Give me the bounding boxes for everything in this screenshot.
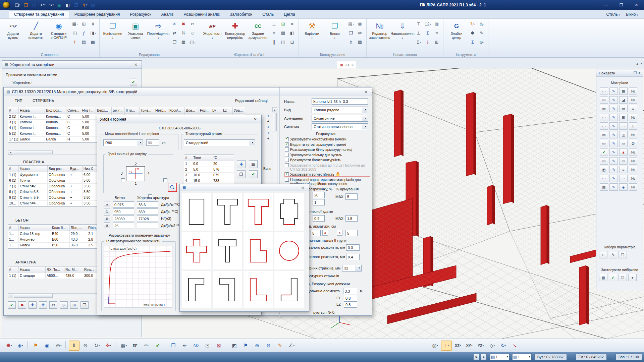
display-toggle-button[interactable]: ▭	[600, 122, 608, 130]
plus-cell[interactable]: +	[264, 119, 273, 125]
toolbar-button[interactable]: ◈▾	[15, 341, 26, 351]
toolbar-button[interactable]: ✎	[275, 341, 285, 351]
ribbon-small-button[interactable]: =	[288, 20, 297, 28]
short-crack-field[interactable]: 0.3	[346, 244, 360, 251]
display-toggle-button[interactable]: ✎	[609, 105, 618, 112]
column-header[interactable]: Дов...	[185, 107, 199, 114]
toolbar-button[interactable]: №	[191, 341, 202, 351]
ribbon-small-button[interactable]: ✂	[188, 20, 197, 28]
close-dialog-icon[interactable]: ✕	[300, 185, 306, 191]
quick-access-button[interactable]: ▣	[55, 1, 64, 9]
view-direction-button[interactable]: XZ▾	[452, 341, 463, 351]
table-row[interactable]: 310.0679	[184, 173, 234, 178]
calc-option-row[interactable]: Ураховувати поправки до п.3.52 Посібника…	[285, 163, 370, 171]
ribbon-small-button[interactable]: ⇅	[179, 29, 188, 37]
checkbox[interactable]	[285, 137, 289, 141]
ribbon-tab[interactable]: Цегла	[279, 11, 300, 18]
ribbon-big-button[interactable]: ⇓ Навантаження▾	[391, 20, 414, 51]
ribbon-big-button[interactable]: ╱ Додатиелемент▾	[24, 20, 47, 51]
ribbon-big-button[interactable]: ✚ Конструкторперерізів▾	[224, 20, 247, 51]
ribbon-small-button[interactable]: ✖	[179, 20, 188, 28]
property-symbol-button[interactable]: C	[104, 208, 110, 214]
plus-cell[interactable]: +	[264, 136, 273, 142]
rebar-table-hscrollbar[interactable]: ◂ ▸	[8, 293, 105, 298]
display-toggle-button[interactable]: №	[629, 166, 637, 173]
ribbon-tab[interactable]: Створення та редагування	[9, 10, 69, 18]
checkbox[interactable]	[285, 147, 289, 152]
rebar-value-field[interactable]	[137, 223, 158, 229]
close-dialog-icon[interactable]: ✕	[252, 116, 259, 122]
quick-access-button[interactable]: ❒	[22, 1, 30, 9]
toolbar-button[interactable]: ⊕	[252, 341, 263, 351]
display-toggle-button[interactable]: ▭	[619, 157, 628, 165]
column-header[interactable]: Rbn, ...	[70, 225, 87, 231]
toolbar-button[interactable]: ⊜	[80, 341, 91, 351]
ribbon-small-button[interactable]: ▦	[356, 38, 365, 46]
ribbon-small-button[interactable]: ⇄	[170, 29, 179, 37]
ribbon-big-button[interactable]: ▣ Упаковкасхеми	[124, 20, 147, 51]
ribbon-tab[interactable]: Розрахунок	[125, 11, 156, 18]
ribbon-big-button[interactable]: EF Жорсткості▾	[201, 20, 224, 51]
ribbon-small-button[interactable]: ◨▾	[89, 29, 98, 37]
column-header[interactable]: Нетр...	[154, 107, 168, 114]
toolbar-button[interactable]: ⊡	[202, 341, 213, 351]
status-mini-button-2[interactable]: ≡	[481, 354, 487, 360]
temp-table-button[interactable]: ✔	[249, 170, 258, 178]
quick-access-button[interactable]: ↷▾	[47, 1, 55, 9]
table-row[interactable]: 10.020	[184, 161, 234, 167]
strip-menu-icon[interactable]: ▪	[641, 62, 642, 65]
parameter-set-button[interactable]: ✎	[609, 251, 617, 258]
checkbox[interactable]	[285, 158, 289, 162]
display-toggle-button[interactable]: Σ	[629, 122, 637, 130]
display-toggle-button[interactable]: ◫	[619, 131, 628, 138]
display-toggle-button[interactable]: ▭	[600, 140, 608, 147]
view-direction-button[interactable]: ◎▾	[430, 341, 440, 351]
quick-access-button[interactable]: ◧	[64, 1, 72, 9]
display-toggle-button[interactable]: ▭	[600, 105, 608, 112]
column-header[interactable]: Низ (...	[81, 107, 96, 114]
cover-distance-field-2[interactable]: 5	[345, 230, 358, 236]
dialog-action-button[interactable]: ▽	[60, 301, 68, 309]
column-header[interactable]: Верх...	[96, 107, 112, 114]
apply-selectively-button[interactable]: ▾	[628, 274, 637, 281]
ribbon-big-button[interactable]: ❒ Блоки▾	[323, 20, 346, 51]
toolbar-button[interactable]	[27, 341, 29, 349]
ribbon-small-button[interactable]: ❐	[346, 29, 356, 37]
section-shape-rectangle[interactable]	[182, 193, 211, 231]
ribbon-small-button[interactable]: ✕	[170, 20, 179, 28]
fire-time-field[interactable]: 90	[146, 139, 159, 146]
toolbar-button[interactable]: ⊖▾	[53, 341, 64, 351]
panel-header-icon[interactable]: ▾	[638, 71, 640, 75]
display-toggle-button[interactable]: №	[629, 175, 637, 182]
display-toggle-button[interactable]: Ø	[629, 140, 637, 147]
display-toggle-button[interactable]: ≡	[629, 105, 637, 112]
display-toggle-button[interactable]: ▭	[600, 114, 608, 121]
display-toggle-button[interactable]: ▭	[600, 131, 608, 138]
toolbar-button[interactable]: ▦▾	[118, 341, 129, 351]
column-header[interactable]: Вид роз...	[48, 166, 69, 172]
display-toggle-button[interactable]: ◈	[619, 183, 628, 191]
display-toggle-button[interactable]: ▭	[600, 175, 608, 182]
column-header[interactable]: Клас б...	[51, 225, 70, 231]
ribbon-big-button[interactable]: № Редакторзавантажень	[368, 20, 391, 51]
display-toggle-button[interactable]: №	[629, 148, 637, 156]
property-symbol-button[interactable]: ρ	[104, 215, 110, 221]
display-toggle-button[interactable]: ▭	[619, 175, 628, 182]
plus-cell[interactable]: +	[264, 125, 273, 131]
display-toggle-button[interactable]: ▭	[600, 96, 608, 104]
ribbon-big-button[interactable]: ❐ Копіювання▾	[101, 20, 124, 51]
display-toggle-button[interactable]: ▭	[600, 157, 608, 165]
display-toggle-button[interactable]: ✎	[609, 122, 618, 130]
dialog-action-button[interactable]: ✖	[18, 301, 26, 309]
kind-combo[interactable]: Колона рядова	[312, 107, 368, 113]
ribbon-small-button[interactable]: ◇	[188, 29, 197, 37]
quick-access-button[interactable]: ▥	[89, 1, 97, 9]
element-length-field[interactable]: 3.3	[343, 288, 357, 294]
temp-table-button[interactable]: ✚	[237, 160, 246, 168]
ribbon-tab[interactable]: Розширений аналіз	[178, 11, 225, 18]
display-toggle-button[interactable]: №	[629, 114, 637, 121]
display-toggle-button[interactable]: ✔	[600, 148, 608, 156]
column-header[interactable]: #	[8, 225, 19, 231]
ribbon-big-button[interactable]: СС Заданеармування▾	[247, 20, 269, 51]
ribbon-small-button[interactable]: ▤▾	[346, 20, 356, 28]
